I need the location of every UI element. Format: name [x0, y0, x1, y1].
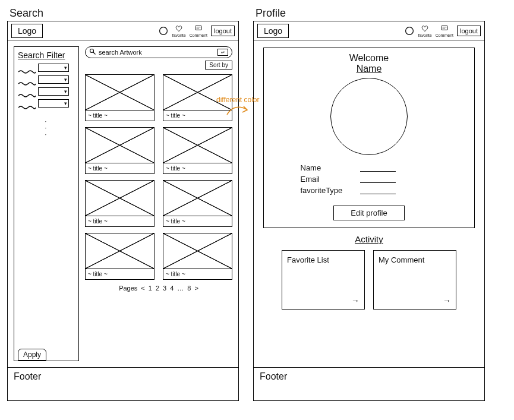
my-comment-card[interactable]: My Comment →	[373, 250, 456, 310]
activity-row: Favorite List → My Comment →	[263, 250, 475, 310]
profile-card: Welcome Name Name Email favoriteType Edi…	[263, 48, 475, 228]
nav-favorite-label: favorite	[418, 33, 432, 37]
topbar: Logo favorite Comment logout	[8, 21, 238, 40]
avatar[interactable]	[330, 78, 408, 155]
edit-profile-button[interactable]: Edit profile	[333, 206, 404, 220]
thumbnail-placeholder	[163, 128, 232, 163]
page-prev[interactable]: <	[141, 285, 144, 292]
search-input[interactable]: search Artwork ↵	[85, 46, 232, 58]
nav-profile[interactable]	[158, 27, 169, 35]
artwork-card[interactable]: ~ title ~	[85, 180, 154, 227]
field-favtype-label: favoriteType	[301, 186, 354, 195]
sort-button[interactable]: Sort by	[205, 61, 232, 70]
filter-label-3	[18, 89, 36, 94]
search-phone-frame: Logo favorite Comment logout Sear	[7, 21, 239, 401]
logout-button[interactable]: logout	[457, 26, 481, 36]
thumbnail-placeholder	[86, 181, 154, 216]
field-email-value	[360, 176, 396, 183]
filter-panel: Search Filter ▾ ▾ ▾ ▾	[14, 46, 79, 361]
svg-point-4	[90, 49, 94, 53]
filter-more-indicator: ···	[18, 118, 75, 138]
logout-button[interactable]: logout	[211, 26, 235, 36]
page-8[interactable]: 8	[187, 285, 191, 292]
field-name-label: Name	[301, 163, 354, 172]
filter-row: ▾	[18, 99, 75, 108]
svg-point-0	[159, 27, 167, 34]
filter-select-4[interactable]: ▾	[38, 99, 69, 108]
favorite-list-card[interactable]: Favorite List →	[282, 250, 365, 310]
logo[interactable]: Logo	[257, 24, 289, 38]
filter-select-2[interactable]: ▾	[38, 75, 69, 84]
pages-label: Pages	[119, 285, 137, 292]
thumbnail-placeholder	[163, 181, 232, 216]
arrow-icon: →	[351, 296, 360, 305]
circle-icon	[158, 27, 169, 35]
activity-heading: Activity	[263, 234, 475, 244]
search-page-title: Search	[10, 7, 239, 20]
artwork-card[interactable]: ~ title ~	[163, 74, 232, 121]
profile-phone-frame: Logo favorite Comment logout	[253, 21, 485, 401]
footer: Footer	[254, 367, 484, 400]
artwork-card[interactable]: ~ title ~	[163, 233, 232, 280]
filter-select-1[interactable]: ▾	[38, 64, 69, 72]
svg-line-5	[93, 52, 96, 55]
search-icon	[89, 48, 96, 56]
field-favtype-value	[360, 187, 396, 194]
filter-title: Search Filter	[18, 50, 75, 60]
filter-row: ▾	[18, 75, 75, 84]
artwork-card[interactable]: ~ title ~	[85, 233, 154, 280]
artwork-card[interactable]: ~ title ~	[85, 127, 154, 174]
artwork-card[interactable]: ~ title ~	[85, 74, 154, 121]
field-name-value	[360, 165, 396, 172]
logo[interactable]: Logo	[11, 24, 43, 38]
nav-profile[interactable]	[404, 27, 415, 35]
page-4[interactable]: 4	[170, 285, 174, 292]
thumbnail-placeholder	[86, 75, 154, 110]
thumbnail-placeholder	[163, 233, 232, 269]
welcome-text: Welcome	[349, 53, 389, 63]
card-caption: ~ title ~	[163, 216, 232, 226]
nav-favorite[interactable]: favorite	[418, 24, 432, 37]
page-next[interactable]: >	[194, 285, 198, 292]
search-mock: Search Logo favorite Comment logout	[7, 7, 239, 401]
heart-icon	[420, 24, 430, 33]
nav-favorite[interactable]: favorite	[172, 24, 186, 37]
card-caption: ~ title ~	[86, 110, 154, 121]
heart-icon	[174, 24, 184, 33]
circle-icon	[404, 27, 415, 35]
filter-row: ▾	[18, 87, 75, 96]
results-grid: ~ title ~ ~ title ~ ~ title ~ ~ title ~ …	[85, 74, 232, 280]
thumbnail-placeholder	[86, 128, 154, 163]
artwork-card[interactable]: ~ title ~	[163, 180, 232, 227]
comment-icon	[193, 24, 204, 33]
welcome-heading: Welcome Name	[349, 53, 389, 74]
page-ellipsis: …	[177, 285, 184, 292]
profile-info: Name Email favoriteType	[301, 161, 438, 197]
favorite-list-label: Favorite List	[287, 255, 329, 264]
enter-icon[interactable]: ↵	[217, 49, 228, 56]
filter-label-1	[18, 65, 36, 70]
thumbnail-placeholder	[86, 233, 154, 269]
filter-label-2	[18, 77, 36, 82]
page-3[interactable]: 3	[163, 285, 166, 292]
svg-rect-7	[442, 26, 448, 30]
field-email-label: Email	[301, 175, 354, 184]
topbar: Logo favorite Comment logout	[254, 21, 484, 40]
arrow-icon: →	[443, 296, 451, 305]
search-placeholder: search Artwork	[99, 49, 142, 56]
thumbnail-placeholder	[163, 75, 232, 110]
filter-row: ▾	[18, 64, 75, 72]
nav-comment-label: Comment	[436, 33, 453, 37]
card-caption: ~ title ~	[86, 163, 154, 173]
footer: Footer	[8, 367, 238, 400]
nav-comment[interactable]: Comment	[436, 24, 453, 37]
card-caption: ~ title ~	[86, 269, 154, 279]
nav-comment[interactable]: Comment	[190, 24, 207, 37]
pagination: Pages < 1 2 3 4 … 8 >	[85, 285, 232, 292]
profile-page-title: Profile	[256, 7, 485, 20]
page-2[interactable]: 2	[156, 285, 159, 292]
artwork-card[interactable]: ~ title ~	[163, 127, 232, 174]
filter-select-3[interactable]: ▾	[38, 87, 69, 96]
page-1[interactable]: 1	[149, 285, 152, 292]
apply-button[interactable]: Apply	[18, 349, 46, 361]
